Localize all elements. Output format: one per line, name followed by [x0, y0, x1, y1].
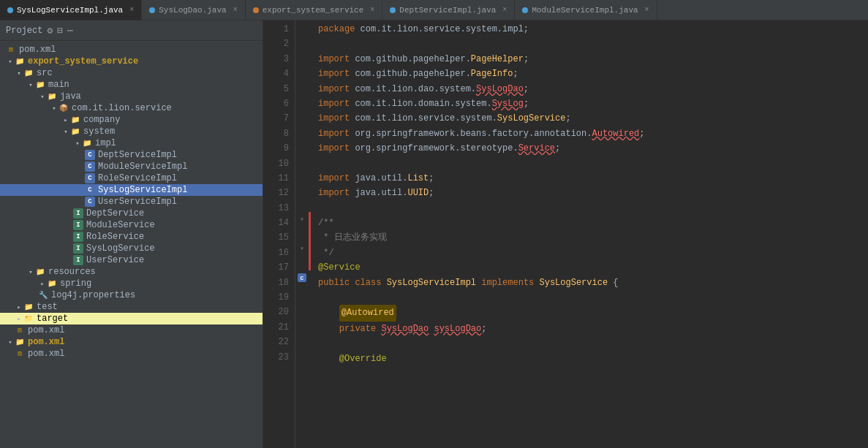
tab-label: DeptServiceImpl.java — [399, 6, 496, 15]
class-icon: C — [85, 185, 95, 195]
tab-label: ModuleServiceImpl.java — [532, 6, 638, 15]
sidebar-item-label: DeptServiceImpl — [98, 150, 177, 160]
code-text: org.springframework.beans.factory.annota… — [350, 126, 592, 141]
tab-moduleserviceimpl[interactable]: ModuleServiceImpl.java × — [515, 0, 657, 20]
sidebar-item-main[interactable]: ▾ 📁 main — [0, 79, 263, 91]
sidebar-item-log4j[interactable]: 🔧 log4j.properties — [0, 289, 263, 301]
sidebar-item-syslogserviceimpl[interactable]: C SysLogServiceImpl ← — [0, 184, 263, 196]
fold-icon[interactable]: ▾ — [295, 241, 309, 256]
expand-arrow: ▾ — [50, 104, 59, 113]
tab-label: SysLogServiceImpl.java — [17, 6, 123, 15]
sidebar-item-label: ModuleService — [86, 220, 155, 230]
fold-icon[interactable]: ▾ — [295, 212, 309, 227]
sidebar-item-deptserviceimpl[interactable]: C DeptServiceImpl — [0, 149, 263, 161]
sidebar-item-export-system-service[interactable]: ▾ 📁 export_system_service — [0, 56, 263, 67]
sidebar-item-label: UserService — [86, 255, 144, 265]
expand-arrow: ▾ — [73, 139, 82, 148]
code-line-6: import com.it.lion.domain.system.SysLog; — [318, 96, 861, 111]
code-line-9: import org.springframework.stereotype.Se… — [318, 141, 861, 156]
sidebar-item-roleservice[interactable]: I RoleService — [0, 231, 263, 243]
sidebar-item-spring[interactable]: ▸ 📁 spring — [0, 278, 263, 289]
sidebar-item-pom-root[interactable]: m pom.xml — [0, 44, 263, 56]
sidebar-item-pom-web[interactable]: m pom.xml — [0, 348, 263, 360]
expand-arrow: ▾ — [38, 92, 47, 101]
tab-deptserviceimpl[interactable]: DeptServiceImpl.java × — [382, 0, 515, 20]
sidebar-item-label: pom.xml — [28, 349, 64, 359]
sidebar-item-export-web-manager[interactable]: ▾ 📁 pom.xml — [0, 336, 263, 348]
sidebar-item-roleserviceimpl[interactable]: C RoleServiceImpl — [0, 172, 263, 184]
code-editor[interactable]: package com.it.lion.service.system.impl;… — [311, 20, 868, 448]
sidebar-item-package[interactable]: ▾ 📦 com.it.lion.service — [0, 102, 263, 114]
code-line-18: public class SysLogServiceImpl implement… — [318, 276, 861, 290]
tab-export-system[interactable]: export_system_service × — [246, 0, 383, 20]
sidebar-item-label: java — [60, 91, 81, 102]
interface-icon: I — [73, 220, 83, 230]
code-text: com.it.lion.service.system. — [350, 111, 497, 126]
code-text — [350, 276, 355, 290]
close-icon[interactable]: × — [370, 6, 374, 14]
folder-icon: 📁 — [15, 56, 25, 67]
type-name: PageHelper — [471, 52, 524, 67]
code-line-14: /** — [318, 216, 861, 230]
code-text: com.github.pagehelper. — [350, 67, 471, 81]
sidebar-item-src[interactable]: ▾ 📁 src — [0, 67, 263, 79]
code-line-4: import com.github.pagehelper.PageInfo; — [318, 67, 861, 81]
sidebar-item-system[interactable]: ▾ 📁 system — [0, 126, 263, 137]
class-icon: C — [85, 162, 95, 172]
type-name: UUID — [407, 186, 429, 200]
keyword: import — [318, 82, 350, 96]
sidebar-item-target[interactable]: ▸ 📁 target — [0, 313, 263, 324]
tab-syslogdao[interactable]: SysLogDao.java × — [142, 0, 245, 20]
code-text — [318, 322, 339, 336]
close-icon[interactable]: × — [645, 6, 649, 14]
code-line-16: */ — [318, 246, 861, 260]
java-folder-icon: 📁 — [47, 91, 57, 102]
sidebar-header: Project ⚙ ⊟ ⋯ — [0, 20, 263, 41]
sidebar-item-impl[interactable]: ▾ 📁 impl — [0, 137, 263, 149]
sidebar-item-java[interactable]: ▾ 📁 java — [0, 91, 263, 102]
keyword: import — [318, 111, 350, 126]
close-icon[interactable]: × — [502, 6, 507, 14]
code-text: ; — [513, 67, 518, 81]
comment: */ — [318, 246, 334, 260]
close-icon[interactable]: × — [129, 6, 134, 14]
sidebar-item-label: ModuleServiceImpl — [98, 162, 187, 172]
folder-icon: 📁 — [15, 337, 25, 347]
tab-dot — [149, 7, 155, 13]
settings-icon[interactable]: ⋯ — [67, 25, 73, 37]
type-name-red: SysLog — [492, 96, 524, 111]
sidebar-item-syslogservice[interactable]: I SysLogService — [0, 243, 263, 254]
interface-icon: I — [73, 208, 83, 219]
code-line-11: import java.util.List; — [318, 171, 861, 186]
type-name: SysLogServiceImpl — [387, 276, 476, 290]
sidebar-toolbar: ⚙ ⊟ ⋯ — [47, 25, 72, 37]
sidebar-item-deptservice[interactable]: I DeptService — [0, 208, 263, 219]
code-text: ; — [481, 322, 486, 336]
keyword: package — [318, 22, 355, 37]
code-line-22 — [318, 336, 861, 351]
sidebar-item-pom-project[interactable]: m pom.xml — [0, 324, 263, 336]
tab-syslogserviceimpl[interactable]: SysLogServiceImpl.java × — [0, 0, 142, 20]
xml-icon: m — [6, 45, 16, 55]
sidebar-item-resources[interactable]: ▾ 📁 resources — [0, 266, 263, 278]
code-text: com.github.pagehelper. — [350, 52, 471, 67]
expand-arrow: ▸ — [15, 303, 23, 311]
sidebar-item-userservice[interactable]: I UserService — [0, 254, 263, 266]
sidebar-item-moduleservice[interactable]: I ModuleService — [0, 219, 263, 231]
keyword: import — [318, 67, 350, 81]
gear-icon[interactable]: ⚙ — [47, 25, 53, 37]
class-icon: C — [85, 173, 95, 183]
sidebar-item-userserviceimpl[interactable]: C UserServiceImpl — [0, 196, 263, 208]
folder-icon: 📁 — [82, 138, 92, 148]
tab-dot — [7, 7, 13, 13]
code-text: ; — [524, 52, 529, 67]
expand-arrow: ▸ — [38, 279, 47, 288]
type-name: PageInfo — [471, 67, 513, 81]
sidebar-item-moduleserviceimpl[interactable]: C ModuleServiceImpl — [0, 161, 263, 172]
keyword: class — [355, 276, 381, 290]
layout-icon[interactable]: ⊟ — [57, 25, 63, 37]
close-icon[interactable]: × — [233, 6, 238, 14]
sidebar-item-test[interactable]: ▸ 📁 test — [0, 301, 263, 313]
code-text — [429, 322, 434, 336]
sidebar-item-company[interactable]: ▸ 📁 company — [0, 114, 263, 126]
